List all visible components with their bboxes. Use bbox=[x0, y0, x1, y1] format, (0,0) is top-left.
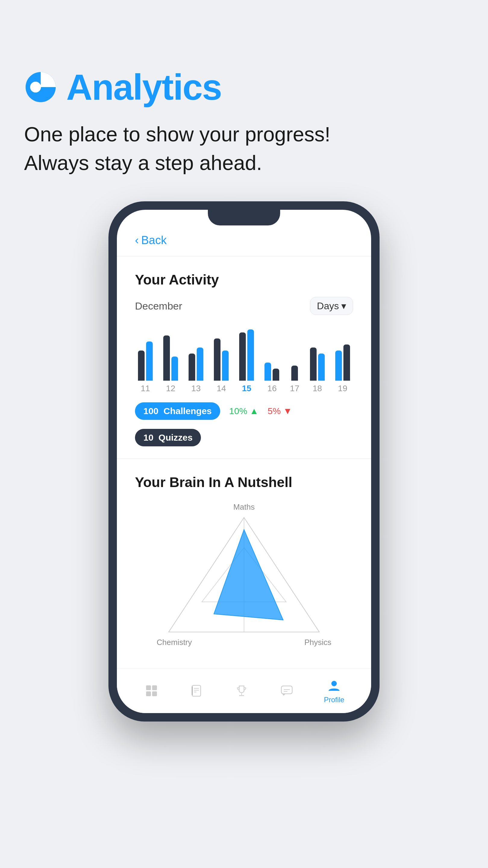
screen-content: ‹ Back Your Activity December Days ▾ bbox=[117, 210, 371, 713]
trophy-icon bbox=[234, 683, 250, 699]
month-label: December bbox=[135, 300, 182, 312]
chat-icon bbox=[279, 683, 295, 699]
nav-label-profile: Profile bbox=[324, 695, 344, 704]
bar-label: 18 bbox=[313, 384, 322, 393]
bar-blue bbox=[197, 347, 203, 381]
bar-group-18: 18 bbox=[310, 327, 325, 393]
bar-dark bbox=[163, 336, 170, 381]
bar-label: 11 bbox=[141, 384, 150, 393]
bar-blue bbox=[146, 341, 153, 381]
svg-marker-7 bbox=[214, 530, 283, 620]
bar-group-11: 11 bbox=[138, 327, 153, 393]
back-chevron-icon: ‹ bbox=[135, 234, 139, 247]
bar-label: 13 bbox=[191, 384, 201, 393]
bar-blue bbox=[264, 363, 271, 381]
stats-row: 100 Challenges 10% ▲ 5% ▼ bbox=[135, 402, 353, 446]
bar-group-13: 13 bbox=[189, 327, 203, 393]
nav-item-chat[interactable] bbox=[279, 683, 295, 699]
bar-dark bbox=[344, 344, 350, 381]
header-title-row: Analytics bbox=[24, 66, 464, 108]
header-subtitle: One place to show your progress! Always … bbox=[24, 120, 464, 177]
bar-label: 16 bbox=[267, 384, 276, 393]
bar-dark bbox=[272, 369, 279, 381]
nav-item-profile[interactable]: Profile bbox=[324, 678, 344, 704]
svg-point-22 bbox=[331, 681, 337, 686]
svg-rect-8 bbox=[146, 685, 151, 690]
bar-group-15: 15 bbox=[239, 327, 254, 393]
challenges-label: Challenges bbox=[164, 406, 212, 416]
quizzes-label: Quizzes bbox=[158, 433, 193, 442]
bar-group-19: 19 bbox=[335, 327, 350, 393]
quizzes-count: 10 bbox=[143, 433, 153, 442]
percent-down: 5% ▼ bbox=[268, 406, 292, 416]
bar-label: 19 bbox=[338, 384, 347, 393]
phone-container: ‹ Back Your Activity December Days ▾ bbox=[24, 201, 464, 721]
bar-dark bbox=[291, 366, 298, 381]
page-title: Analytics bbox=[66, 66, 222, 108]
bar-blue bbox=[318, 353, 325, 381]
bar-dark bbox=[214, 338, 221, 381]
nav-item-trophy[interactable] bbox=[234, 683, 250, 699]
back-button[interactable]: ‹ Back bbox=[135, 234, 353, 247]
activity-header: December Days ▾ bbox=[135, 297, 353, 315]
days-dropdown[interactable]: Days ▾ bbox=[310, 297, 353, 315]
bar-blue bbox=[171, 356, 178, 381]
quizzes-pill: 10 Quizzes bbox=[135, 429, 201, 446]
profile-icon bbox=[326, 678, 342, 693]
brain-section: Your Brain In A Nutshell Maths bbox=[117, 458, 371, 659]
radar-label-maths: Maths bbox=[233, 502, 255, 512]
brain-title: Your Brain In A Nutshell bbox=[135, 474, 353, 490]
radar-label-chemistry: Chemistry bbox=[157, 638, 192, 647]
phone-screen: ‹ Back Your Activity December Days ▾ bbox=[117, 210, 371, 713]
nav-item-home[interactable] bbox=[144, 683, 159, 699]
svg-point-1 bbox=[30, 82, 41, 93]
svg-rect-12 bbox=[192, 685, 201, 696]
bar-dark bbox=[239, 333, 246, 381]
phone-notch bbox=[208, 210, 280, 225]
radar-label-physics: Physics bbox=[304, 638, 331, 647]
bar-label-active: 15 bbox=[242, 384, 251, 393]
bar-label: 14 bbox=[217, 384, 226, 393]
svg-rect-10 bbox=[146, 691, 151, 696]
bar-label: 17 bbox=[290, 384, 299, 393]
bar-group-16: 16 bbox=[264, 327, 279, 393]
bar-chart: 11 12 bbox=[135, 327, 353, 393]
challenges-pill: 100 Challenges bbox=[135, 402, 220, 420]
activity-section: Your Activity December Days ▾ bbox=[117, 256, 371, 458]
bar-dark bbox=[310, 347, 317, 381]
book-icon bbox=[189, 683, 204, 699]
bar-blue bbox=[335, 350, 342, 381]
radar-svg bbox=[157, 512, 331, 638]
dropdown-label: Days bbox=[317, 301, 339, 312]
header-section: Analytics One place to show your progres… bbox=[24, 66, 464, 177]
analytics-icon bbox=[24, 70, 57, 104]
bar-group-12: 12 bbox=[163, 327, 178, 393]
phone-mockup: ‹ Back Your Activity December Days ▾ bbox=[108, 201, 380, 721]
page-wrapper: Analytics One place to show your progres… bbox=[0, 0, 488, 752]
percent-up: 10% ▲ bbox=[229, 406, 259, 416]
bar-blue bbox=[247, 330, 254, 381]
svg-rect-9 bbox=[152, 685, 157, 690]
bar-label: 12 bbox=[166, 384, 175, 393]
home-icon bbox=[144, 683, 159, 699]
bar-group-14: 14 bbox=[214, 327, 229, 393]
bar-dark bbox=[189, 353, 195, 381]
bar-group-17: 17 bbox=[290, 327, 299, 393]
bottom-nav: Profile bbox=[117, 668, 371, 713]
challenges-count: 100 bbox=[143, 406, 158, 416]
bar-dark bbox=[138, 350, 144, 381]
arrow-up-icon: ▲ bbox=[250, 406, 259, 416]
activity-title: Your Activity bbox=[135, 272, 353, 288]
nav-item-book[interactable] bbox=[189, 683, 204, 699]
dropdown-chevron-icon: ▾ bbox=[341, 300, 346, 312]
bar-blue bbox=[222, 350, 229, 381]
back-label: Back bbox=[141, 234, 167, 247]
arrow-down-icon: ▼ bbox=[283, 406, 292, 416]
svg-rect-11 bbox=[152, 691, 157, 696]
radar-chart: Maths bbox=[157, 502, 331, 647]
